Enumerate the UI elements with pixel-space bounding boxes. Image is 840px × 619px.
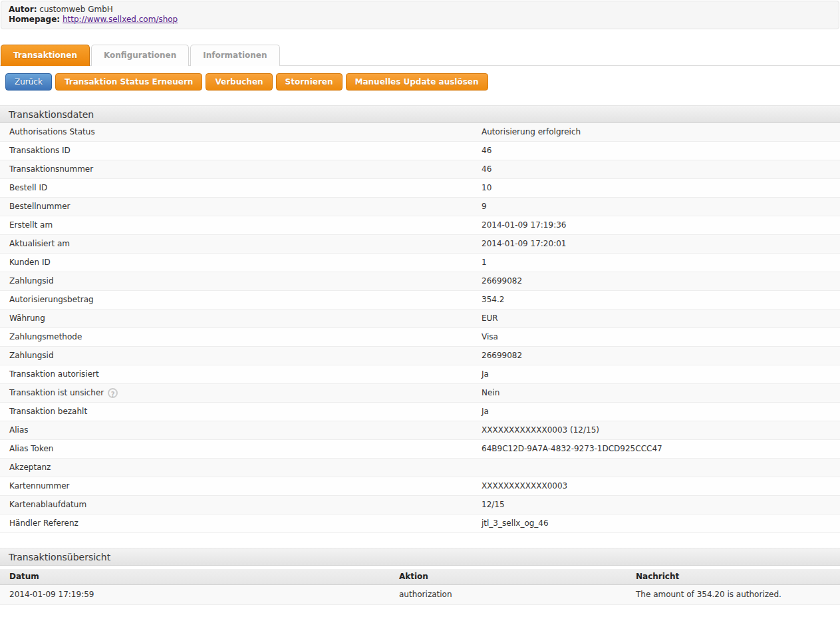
cell-datum: 2014-01-09 17:19:59 [9, 585, 399, 604]
table-row: ZahlungsmethodeVisa [0, 328, 840, 347]
row-label-text: Zahlungsmethode [9, 328, 82, 346]
overview-table-body: 2014-01-09 17:19:59authorizationThe amou… [0, 585, 840, 605]
author-line: Autor: customweb GmbH [9, 5, 831, 15]
module-info-panel: Autor: customweb GmbH Homepage: http://w… [1, 1, 839, 29]
row-label: Währung [9, 310, 482, 327]
row-label: Transaktion autorisiert [9, 365, 482, 383]
row-label: Bestellnummer [9, 198, 482, 216]
row-label-text: Erstellt am [9, 216, 53, 234]
row-label: Zahlungsmethode [9, 328, 482, 346]
tab-konfigurationen[interactable]: Konfigurationen [91, 45, 189, 66]
row-value: 2014-01-09 17:20:01 [482, 235, 840, 253]
row-label: Transaktion ist unsicher [9, 384, 482, 402]
overview-row: 2014-01-09 17:19:59authorizationThe amou… [0, 585, 840, 605]
author-label: Autor: [9, 5, 37, 14]
row-label-text: Akzeptanz [9, 459, 51, 477]
transaction-data-title: Transaktionsdaten [0, 105, 840, 123]
row-value: Visa [482, 328, 840, 346]
homepage-link[interactable]: http://www.sellxed.com/shop [63, 15, 178, 24]
row-value: 10 [482, 179, 840, 197]
row-label-text: Kunden ID [9, 254, 51, 272]
table-row: Zahlungsid26699082 [0, 272, 840, 291]
row-value: 46 [482, 142, 840, 160]
row-label-text: Zahlungsid [9, 272, 54, 290]
row-label: Alias [9, 421, 482, 439]
row-label-text: Transaktion bezahlt [9, 403, 87, 421]
row-label-text: Bestellnummer [9, 198, 70, 216]
row-label-text: Händler Referenz [9, 515, 78, 532]
table-row: Autorisierungsbetrag354.2 [0, 291, 840, 310]
row-value: 26699082 [482, 272, 840, 290]
row-value: Ja [482, 365, 840, 383]
transaction-data-table: Authorisations StatusAutorisierung erfol… [0, 123, 840, 533]
row-value: jtl_3_sellx_og_46 [482, 515, 840, 532]
column-header-nachricht: Nachricht [636, 569, 840, 584]
table-row: KartennummerXXXXXXXXXXXX0003 [0, 477, 840, 496]
column-header-datum: Datum [9, 569, 399, 584]
row-label: Transaktion bezahlt [9, 403, 482, 421]
table-row: Akzeptanz [0, 459, 840, 477]
row-value: 9 [482, 198, 840, 216]
row-label: Akzeptanz [9, 459, 482, 477]
tab-informationen[interactable]: Informationen [190, 45, 279, 66]
row-value: 46 [482, 160, 840, 178]
homepage-line: Homepage: http://www.sellxed.com/shop [9, 15, 831, 25]
table-row: Transaktion autorisiertJa [0, 365, 840, 384]
row-label: Händler Referenz [9, 515, 482, 532]
row-label-text: Authorisations Status [9, 123, 95, 141]
table-row: Transaktions ID46 [0, 142, 840, 160]
overview-header-row: Datum Aktion Nachricht [0, 569, 840, 585]
row-value: EUR [482, 310, 840, 327]
table-row: Authorisations StatusAutorisierung erfol… [0, 123, 840, 142]
table-row: Transaktionsnummer46 [0, 160, 840, 179]
row-label: Zahlungsid [9, 272, 482, 290]
row-label: Erstellt am [9, 216, 482, 234]
table-row: Kunden ID1 [0, 254, 840, 272]
manual-update-button[interactable]: Manuelles Update auslösen [346, 73, 488, 91]
refresh-status-button[interactable]: Transaktion Status Erneuern [55, 73, 202, 91]
cancel-button[interactable]: Stornieren [276, 73, 343, 91]
cell-nachricht: The amount of 354.20 is authorized. [636, 585, 840, 604]
row-label: Authorisations Status [9, 123, 482, 141]
row-value [482, 459, 840, 477]
row-value: 12/15 [482, 496, 840, 514]
table-row: Kartenablaufdatum12/15 [0, 496, 840, 515]
capture-button[interactable]: Verbuchen [206, 73, 272, 91]
row-value: Autorisierung erfolgreich [482, 123, 840, 141]
row-value: 354.2 [482, 291, 840, 309]
row-label: Transaktions ID [9, 142, 482, 160]
table-row: Zahlungsid26699082 [0, 347, 840, 365]
table-row: Händler Referenzjtl_3_sellx_og_46 [0, 515, 840, 533]
row-label: Kartenablaufdatum [9, 496, 482, 514]
author-value: customweb GmbH [39, 5, 112, 14]
action-toolbar: Zurück Transaktion Status Erneuern Verbu… [5, 73, 840, 91]
row-value: 2014-01-09 17:19:36 [482, 216, 840, 234]
table-row: WährungEUR [0, 310, 840, 328]
row-value: XXXXXXXXXXXX0003 [482, 477, 840, 495]
row-value: Nein [482, 384, 840, 402]
row-label-text: Währung [9, 310, 45, 327]
row-label: Transaktionsnummer [9, 160, 482, 178]
row-label-text: Transaktionsnummer [9, 160, 93, 178]
row-label-text: Kartennummer [9, 477, 70, 495]
row-label-text: Bestell ID [9, 179, 47, 197]
row-label-text: Transaktion autorisiert [9, 365, 99, 383]
row-label: Kartennummer [9, 477, 482, 495]
table-row: Alias Token64B9C12D-9A7A-4832-9273-1DCD9… [0, 440, 840, 459]
table-row: Bestell ID10 [0, 179, 840, 198]
tab-transaktionen[interactable]: Transaktionen [1, 45, 90, 66]
row-label-text: Transaktion ist unsicher [9, 384, 104, 402]
row-label: Aktualisiert am [9, 235, 482, 253]
row-label: Zahlungsid [9, 347, 482, 365]
row-label-text: Zahlungsid [9, 347, 54, 365]
table-row: Transaktion ist unsicherNein [0, 384, 840, 403]
row-value: XXXXXXXXXXXX0003 (12/15) [482, 421, 840, 439]
row-label: Alias Token [9, 440, 482, 458]
cell-aktion: authorization [399, 585, 636, 604]
row-value: 64B9C12D-9A7A-4832-9273-1DCD925CCC47 [482, 440, 840, 458]
homepage-label: Homepage: [9, 15, 60, 24]
table-row: AliasXXXXXXXXXXXX0003 (12/15) [0, 421, 840, 440]
help-icon[interactable] [108, 388, 118, 398]
back-button[interactable]: Zurück [5, 73, 52, 91]
table-row: Transaktion bezahltJa [0, 403, 840, 421]
